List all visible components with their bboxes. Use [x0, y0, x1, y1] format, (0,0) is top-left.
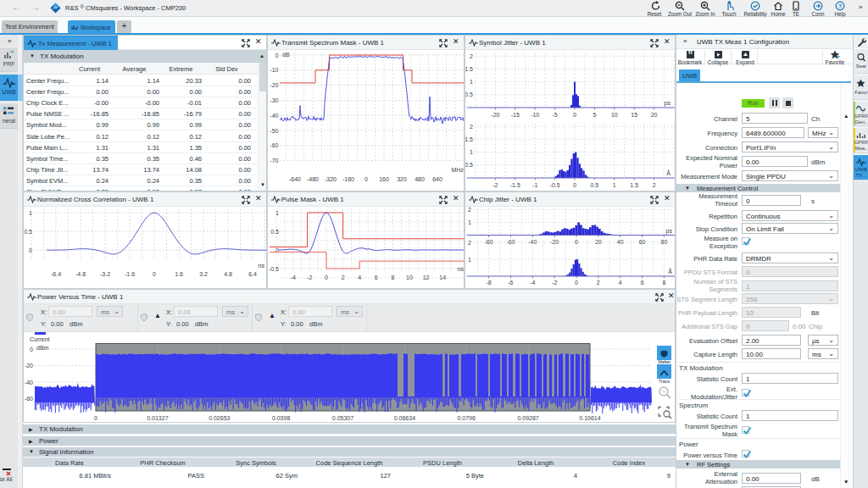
svg-text:-8: -8: [486, 280, 491, 286]
svg-text:0: 0: [29, 247, 32, 253]
svg-text:-2: -2: [552, 280, 557, 286]
svg-text:0.5: 0.5: [270, 229, 279, 235]
svg-text:-6.4: -6.4: [51, 271, 61, 277]
svg-text:480: 480: [415, 176, 425, 182]
svg-text:2: 2: [470, 53, 473, 59]
svg-text:2: 2: [653, 182, 656, 188]
svg-text:0: 0: [575, 280, 578, 286]
svg-text:0: 0: [325, 274, 328, 280]
svg-text:1.5: 1.5: [630, 182, 638, 188]
svg-text:MHz: MHz: [452, 167, 465, 173]
svg-text:0.06634: 0.06634: [394, 415, 415, 421]
svg-text:0: 0: [275, 53, 279, 58]
svg-text:10: 10: [611, 112, 618, 118]
svg-text:0.0398: 0.0398: [272, 415, 291, 421]
svg-text:0: 0: [30, 347, 33, 352]
svg-text:0.10614: 0.10614: [579, 415, 600, 421]
svg-text:160: 160: [379, 176, 389, 182]
svg-text:-1: -1: [532, 182, 537, 188]
svg-text:-30: -30: [270, 97, 278, 103]
svg-text:0.0796: 0.0796: [457, 415, 476, 421]
svg-text:-6: -6: [508, 280, 513, 286]
svg-text:-15: -15: [511, 112, 520, 118]
svg-text:-3.2: -3.2: [100, 271, 110, 277]
svg-text:ps: ps: [666, 228, 673, 235]
svg-text:14: 14: [439, 274, 446, 280]
svg-text:12: 12: [423, 274, 430, 280]
svg-text:0.5: 0.5: [591, 182, 599, 188]
svg-text:0: 0: [364, 176, 368, 182]
svg-text:-40: -40: [270, 113, 278, 119]
svg-text:-0.5: -0.5: [269, 266, 279, 272]
svg-text:2: 2: [342, 274, 345, 280]
svg-text:0: 0: [573, 112, 576, 118]
svg-text:1: 1: [468, 219, 471, 225]
svg-text:0.5: 0.5: [465, 162, 473, 168]
svg-text:0.05307: 0.05307: [332, 415, 353, 421]
svg-text:2: 2: [468, 207, 471, 213]
svg-text:dBm: dBm: [36, 345, 49, 351]
svg-text:0.5: 0.5: [24, 229, 32, 235]
svg-text:-4: -4: [291, 274, 296, 280]
svg-text:ps: ps: [665, 100, 671, 107]
svg-text:0.02653: 0.02653: [209, 415, 230, 421]
svg-text:-1.5: -1.5: [510, 182, 520, 188]
svg-text:3.2: 3.2: [199, 271, 208, 277]
svg-text:6: 6: [375, 274, 378, 280]
svg-text:1.6: 1.6: [175, 271, 183, 277]
svg-text:6.4: 6.4: [248, 271, 257, 277]
svg-text:-640: -640: [289, 176, 301, 182]
svg-text:640: 640: [432, 176, 442, 182]
svg-text:0.5: 0.5: [465, 92, 473, 97]
svg-text:20: 20: [651, 112, 658, 118]
svg-text:-60: -60: [270, 142, 278, 148]
svg-text:dB: dB: [282, 52, 290, 58]
svg-text:5: 5: [593, 112, 596, 118]
svg-text:-0.5: -0.5: [550, 182, 560, 188]
svg-text:-4: -4: [530, 280, 535, 286]
svg-text:-5: -5: [552, 112, 557, 118]
svg-text:1: 1: [470, 79, 473, 85]
svg-text:8: 8: [391, 274, 394, 280]
svg-text:4: 4: [619, 280, 622, 286]
svg-text:4.8: 4.8: [224, 271, 232, 277]
svg-text:2: 2: [468, 240, 471, 246]
svg-text:-40: -40: [25, 380, 33, 385]
svg-text:0.09287: 0.09287: [517, 415, 538, 421]
svg-text:4: 4: [358, 274, 361, 280]
svg-text:-20: -20: [25, 363, 33, 369]
svg-text:8: 8: [662, 280, 665, 286]
svg-text:-480: -480: [307, 176, 319, 182]
svg-text:Å: Å: [668, 268, 672, 274]
svg-text:2: 2: [470, 124, 473, 130]
svg-text:0: 0: [573, 182, 576, 188]
svg-text:15: 15: [631, 112, 637, 118]
svg-text:-1.6: -1.6: [125, 271, 135, 277]
svg-text:0.01327: 0.01327: [147, 415, 168, 421]
svg-text:1: 1: [29, 210, 32, 216]
svg-text:-70: -70: [270, 158, 278, 164]
svg-text:1: 1: [468, 257, 471, 263]
svg-text:-60: -60: [25, 396, 33, 402]
svg-text:-20: -20: [270, 82, 278, 88]
svg-text:-20: -20: [491, 112, 499, 118]
svg-text:-10: -10: [531, 112, 539, 118]
svg-text:0: 0: [94, 415, 97, 421]
svg-text:-2: -2: [307, 274, 312, 280]
svg-text:-320: -320: [325, 176, 337, 182]
svg-text:1: 1: [470, 149, 473, 155]
svg-text:-2: -2: [492, 182, 498, 188]
svg-text:1: 1: [613, 182, 616, 188]
svg-text:-160: -160: [342, 176, 354, 182]
svg-text:0: 0: [153, 271, 156, 277]
svg-text:1: 1: [275, 210, 279, 216]
svg-text:-50: -50: [270, 128, 278, 134]
svg-text:?: ?: [838, 3, 843, 10]
svg-text:ns: ns: [259, 263, 265, 269]
svg-text:320: 320: [397, 176, 407, 182]
svg-text:10: 10: [406, 274, 413, 280]
svg-text:6: 6: [641, 280, 644, 286]
svg-text:ns: ns: [458, 266, 465, 272]
svg-text:2: 2: [597, 280, 600, 286]
svg-text:1.5: 1.5: [465, 136, 473, 142]
